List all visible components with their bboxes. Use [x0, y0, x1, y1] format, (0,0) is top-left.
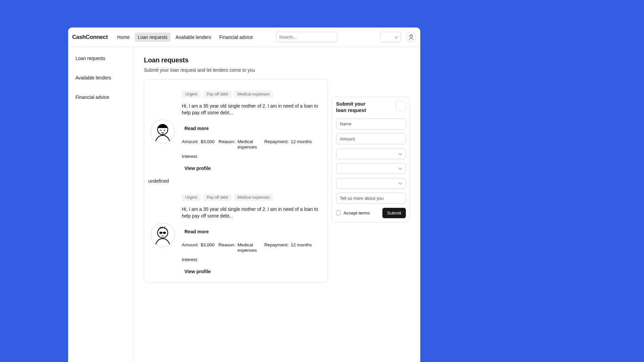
detail-repayment: Repayment: 12 months: [264, 139, 312, 150]
undefined-text: undefined: [148, 176, 324, 186]
search-input[interactable]: Search...: [276, 32, 337, 42]
tag: Urgent: [182, 90, 201, 98]
person-sunglasses-icon: [151, 223, 174, 247]
detail-value: Medical expenses: [237, 139, 260, 150]
about-input[interactable]: [336, 193, 406, 204]
amount-input[interactable]: [336, 133, 406, 144]
detail-value: 12 months: [291, 242, 312, 253]
main: Loan requests Submit your loan request a…: [134, 47, 420, 362]
panel-close-button[interactable]: [396, 101, 406, 111]
sidebar-item-financial-advice[interactable]: Financial advice: [75, 92, 126, 103]
detail-repayment: Repayment: 12 months: [264, 242, 312, 253]
loan-card: Urgent Pay off debt Medical expenses Hi,…: [148, 83, 324, 176]
detail-value: Medical expenses: [237, 242, 260, 253]
body: Loan requests Available lenders Financia…: [68, 47, 420, 362]
read-more-button[interactable]: Read more: [182, 227, 211, 236]
nav-home[interactable]: Home: [114, 33, 133, 42]
nav-loan-requests[interactable]: Loan requests: [135, 33, 171, 42]
detail-amount: Amount: $3,000: [182, 242, 215, 253]
panel-title: Submit your loan request: [336, 101, 376, 114]
sidebar-item-loan-requests[interactable]: Loan requests: [75, 53, 126, 64]
detail-value: $3,000: [201, 242, 214, 253]
card-avatar: [151, 223, 175, 247]
tag: Urgent: [182, 194, 201, 201]
cards-container: Urgent Pay off debt Medical expenses Hi,…: [144, 79, 328, 283]
tag-list: Urgent Pay off debt Medical expenses: [182, 194, 324, 201]
sidebar-item-available-lenders[interactable]: Available lenders: [75, 72, 126, 83]
svg-point-9: [163, 232, 166, 234]
content: Loan requests Submit your loan request a…: [144, 56, 328, 353]
detail-interest: Interest:: [182, 257, 200, 262]
detail-value: 12 months: [291, 139, 312, 150]
detail-label: Repayment:: [264, 139, 289, 150]
logo: CashConnect: [72, 34, 108, 41]
detail-label: Amount:: [182, 242, 199, 253]
svg-point-8: [159, 232, 162, 234]
nav-financial-advice[interactable]: Financial advice: [216, 33, 256, 42]
chevron-down-icon: [399, 182, 402, 185]
svg-point-2: [410, 36, 411, 36]
card-text: Hi, I am a 35 year old single mother of …: [182, 206, 324, 220]
chevron-down-icon: [399, 167, 402, 170]
detail-interest: Interest:: [182, 154, 200, 159]
header: CashConnect Home Loan requests Available…: [68, 27, 420, 47]
detail-reason: Reason: Medical expenses: [219, 139, 260, 150]
submit-panel: Submit your loan request Accept terms Su…: [332, 97, 410, 223]
card-avatar: [151, 120, 175, 144]
form-select-3[interactable]: [336, 178, 406, 189]
svg-point-6: [164, 130, 165, 131]
svg-point-5: [160, 130, 161, 131]
tag: Medical expenses: [234, 90, 273, 98]
submit-button[interactable]: Submit: [382, 208, 406, 218]
accept-label: Accept terms: [343, 210, 370, 216]
form-select-2[interactable]: [336, 163, 406, 174]
chevron-down-icon: [399, 152, 402, 156]
view-profile-button[interactable]: View profile: [182, 164, 213, 173]
details-row: Amount: $3,000 Reason: Medical expenses …: [182, 139, 324, 159]
read-more-button[interactable]: Read more: [182, 124, 211, 133]
details-row: Amount: $3,000 Reason: Medical expenses …: [182, 242, 324, 262]
page-subtitle: Submit your loan request and let lenders…: [144, 67, 328, 73]
name-input[interactable]: [336, 118, 406, 129]
tag: Medical expenses: [234, 194, 273, 201]
form-select-1[interactable]: [336, 148, 406, 159]
header-dropdown[interactable]: [380, 32, 401, 42]
detail-label: Repayment:: [264, 242, 289, 253]
tag-list: Urgent Pay off debt Medical expenses: [182, 90, 324, 98]
loan-card: Urgent Pay off debt Medical expenses Hi,…: [148, 186, 324, 279]
detail-amount: Amount: $3,000: [182, 139, 215, 150]
avatar-icon: [407, 33, 416, 42]
tag: Pay off debt: [203, 194, 231, 201]
nav: Home Loan requests Available lenders Fin…: [114, 33, 256, 42]
card-text: Hi, I am a 35 year old single mother of …: [182, 103, 324, 116]
detail-reason: Reason: Medical expenses: [219, 242, 260, 253]
app-window: CashConnect Home Loan requests Available…: [68, 27, 420, 362]
detail-label: Reason:: [219, 242, 235, 253]
person-icon: [151, 120, 174, 143]
detail-label: Interest:: [182, 257, 198, 262]
nav-available-lenders[interactable]: Available lenders: [172, 33, 214, 42]
detail-value: $3,000: [201, 139, 214, 150]
page-title: Loan requests: [144, 56, 328, 64]
sidebar: Loan requests Available lenders Financia…: [68, 47, 134, 362]
detail-label: Amount:: [182, 139, 199, 150]
detail-label: Reason:: [219, 139, 235, 150]
checkbox-icon[interactable]: [336, 210, 341, 215]
accept-terms[interactable]: Accept terms: [336, 210, 370, 216]
view-profile-button[interactable]: View profile: [182, 267, 213, 276]
detail-label: Interest:: [182, 154, 198, 159]
chevron-down-icon: [395, 36, 398, 39]
tag: Pay off debt: [203, 90, 231, 98]
header-avatar[interactable]: [406, 32, 416, 42]
svg-point-3: [412, 36, 412, 36]
